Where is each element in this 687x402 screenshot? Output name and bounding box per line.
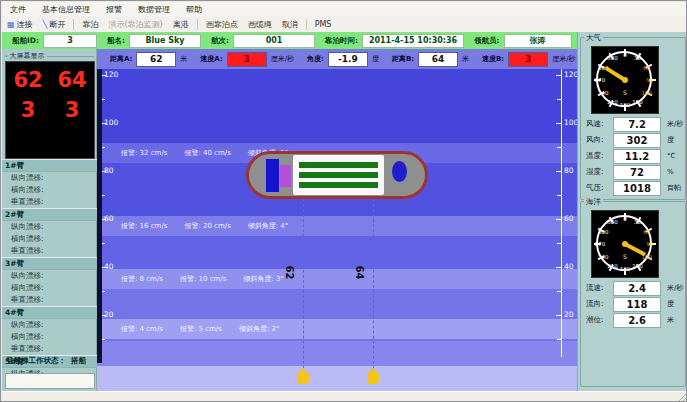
ship-graphic [246, 151, 428, 199]
measure-label: 速度A: [200, 54, 222, 64]
axis-tick-label: 120 [564, 70, 577, 79]
sensor-unit: 米 [667, 315, 674, 325]
arm-section-header[interactable]: 2#臂 [2, 208, 97, 221]
sensor-value-box: 11.2 [613, 149, 661, 164]
menu-item-2[interactable]: 报警 [98, 4, 130, 15]
toolbar-separator [197, 19, 198, 30]
weather-title: 大气 [584, 33, 603, 43]
ship-bow-tank [392, 161, 407, 182]
app-window: 文件基本信息管理报警数据管理帮助 ▦连接╲断开靠泊演示(靠泊监测)离港画靠泊点画… [0, 0, 687, 402]
info-field-3: 靠泊时间:2011-4-15 10:30:36 [325, 34, 464, 48]
arm-section-header[interactable]: 1#臂 [2, 159, 97, 172]
info-field-2: 航次:001 [211, 34, 315, 48]
axis-tick [102, 219, 106, 220]
info-field-4: 领航员:张涛 [474, 34, 572, 48]
axis-tick [556, 123, 561, 124]
sensor-row: 流速:2.4米/秒 [581, 280, 685, 296]
gauge-number: 0 [623, 52, 627, 58]
sensor-label: 湿度: [581, 167, 613, 177]
alarm-speed-2: 报警: 20 cm/s [184, 221, 230, 231]
gauge-number: 210 [607, 263, 618, 269]
sensor-row: 风速:7.2米/秒 [581, 116, 685, 132]
info-field-input[interactable]: 3 [43, 34, 97, 48]
toolbar-button-label: 连接 [17, 19, 33, 30]
connect-icon: ▦ [7, 20, 15, 29]
menu-item-0[interactable]: 文件 [2, 4, 34, 15]
info-field-input[interactable]: 001 [233, 34, 315, 48]
toolbar-button-PMS[interactable]: PMS [310, 18, 337, 31]
arm-section-4: 4#臂纵向漂移:横向漂移:垂直漂移: [2, 306, 97, 355]
big-display-distances: 62 64 [6, 68, 94, 92]
alarm-speed-1: 报警: 4 cm/s [121, 324, 163, 334]
arm-section-header[interactable]: 3#臂 [2, 257, 97, 270]
info-field-input[interactable]: 2011-4-15 10:30:36 [362, 34, 464, 48]
toolbar-separator [73, 19, 74, 30]
left-axis-strip [97, 69, 102, 363]
sensor-label: 风速: [581, 119, 613, 129]
big-display-title: 大屏幕显示 [10, 51, 45, 61]
toolbar-button-label: 离港 [173, 19, 189, 30]
gauge-hub [622, 241, 628, 247]
gauge-number: 180 [620, 266, 631, 272]
distance-a-value: 62 [13, 68, 42, 92]
menu-item-4[interactable]: 帮助 [178, 4, 210, 15]
sensor-unit: °C [667, 152, 675, 160]
measure-field-0: 距离A:62米 [110, 52, 187, 67]
alarm-speed-1: 报警: 16 cm/s [121, 221, 167, 231]
speed-b-value: 3 [65, 98, 80, 122]
menu-item-3[interactable]: 数据管理 [130, 4, 178, 15]
axis-tick [102, 243, 105, 244]
sensor-unit: 米/秒 [667, 119, 683, 129]
toolbar-button-label: 取消 [282, 19, 298, 30]
sensor-value-box: 72 [613, 165, 661, 180]
toolbar-button-断开[interactable]: ╲断开 [38, 18, 71, 31]
sensor-value-box: 118 [613, 297, 661, 312]
deck-stripe [299, 162, 378, 168]
weather-groupbox: 大气 0306090120150180210240270300330S 风速:7… [580, 37, 686, 200]
toolbar-button-画缆绳[interactable]: 画缆绳 [243, 18, 277, 31]
disconnect-icon: ╲ [43, 20, 48, 29]
measurement-bar: 距离A:62米速度A:3厘米/秒角度:-1.9度距离B:64米速度B:3厘米/秒 [97, 49, 577, 69]
menu-item-1[interactable]: 基本信息管理 [34, 4, 98, 15]
drift-row: 垂直漂移: [2, 245, 97, 257]
resize-grip-icon[interactable] [676, 392, 686, 402]
gauge-number: 330 [607, 55, 618, 61]
arm-section-header[interactable]: 4#臂 [2, 306, 97, 319]
value-box: 62 [136, 52, 176, 67]
axis-tick-label: 60 [564, 214, 574, 223]
toolbar-button-取消[interactable]: 取消 [277, 18, 303, 31]
gauge-number: 300 [598, 229, 609, 235]
info-field-label: 船舶ID: [12, 36, 39, 46]
left-panel-input[interactable] [5, 373, 95, 389]
axis-tick [557, 147, 561, 148]
gangway-label: 登船梯工作状态： [6, 356, 66, 366]
berth-sensor-marker-a [297, 372, 309, 384]
gauge-number: 0 [623, 216, 627, 222]
gauge-number: 150 [632, 263, 643, 269]
axis-tick [557, 339, 561, 340]
alarm-angle: 倾斜角度: 3° [243, 274, 284, 284]
alarm-band: 报警: 16 cm/s报警: 20 cm/s倾斜角度: 4° [97, 216, 577, 236]
alarm-speed-1: 报警: 32 cm/s [121, 148, 167, 158]
sensor-unit: 度 [667, 135, 674, 145]
gauge-number: 120 [641, 90, 652, 96]
toolbar-button-靠泊[interactable]: 靠泊 [77, 18, 103, 31]
info-field-label: 靠泊时间: [325, 36, 358, 46]
right-panel: 大气 0306090120150180210240270300330S 风速:7… [577, 32, 687, 391]
big-display-speeds: 3 3 [6, 98, 94, 122]
sensor-row: 气压:1018百帕 [581, 180, 685, 196]
drift-row: 纵向漂移: [2, 221, 97, 233]
measure-label: 速度B: [482, 54, 504, 64]
toolbar-button-离港[interactable]: 离港 [168, 18, 194, 31]
alarm-band: 报警: 8 cm/s报警: 10 cm/s倾斜角度: 3° [97, 269, 577, 289]
drift-row: 纵向漂移: [2, 319, 97, 331]
axis-tick [557, 99, 561, 100]
toolbar-button-连接[interactable]: ▦连接 [2, 18, 38, 31]
axis-tick-label: 80 [564, 166, 574, 175]
toolbar-button-画靠泊点[interactable]: 画靠泊点 [201, 18, 243, 31]
gauge-number: 60 [643, 65, 650, 71]
toolbar-button-label: 画缆绳 [248, 19, 272, 30]
sensor-label: 流速: [581, 283, 613, 293]
info-field-input[interactable]: 张涛 [504, 34, 572, 48]
info-field-input[interactable]: Blue Sky [129, 34, 201, 48]
